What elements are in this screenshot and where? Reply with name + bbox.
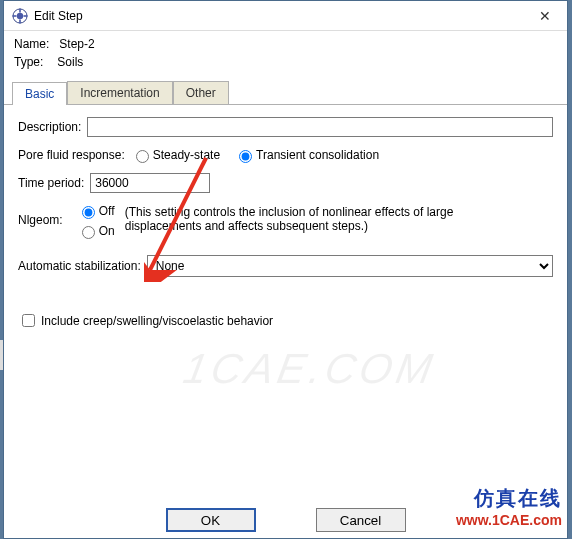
radio-nlgeom-off-label: Off (99, 204, 115, 218)
time-period-label: Time period: (18, 176, 84, 190)
close-icon: ✕ (539, 8, 551, 24)
tab-basic[interactable]: Basic (12, 82, 67, 105)
tab-incrementation[interactable]: Incrementation (67, 81, 172, 104)
name-value: Step-2 (59, 37, 94, 51)
description-input[interactable] (87, 117, 553, 137)
window-title: Edit Step (34, 9, 522, 23)
time-period-row: Time period: (18, 173, 553, 193)
nlgeom-row: Nlgeom: Off On (This setting controls th… (18, 203, 553, 243)
auto-stab-select[interactable]: None (147, 255, 553, 277)
radio-transient-label: Transient consolidation (256, 148, 379, 162)
ok-button[interactable]: OK (166, 508, 256, 532)
description-label: Description: (18, 120, 81, 134)
auto-stab-label: Automatic stabilization: (18, 259, 141, 273)
type-value: Soils (57, 55, 83, 69)
nlgeom-label: Nlgeom: (18, 203, 63, 227)
svg-rect-3 (19, 19, 21, 23)
svg-rect-2 (19, 8, 21, 12)
description-row: Description: (18, 117, 553, 137)
tab-content-basic: 1CAE.COM Description: Pore fluid respons… (4, 105, 567, 500)
creep-row: Include creep/swelling/viscoelastic beha… (18, 311, 553, 330)
name-row: Name: Step-2 (14, 37, 557, 51)
radio-nlgeom-off[interactable]: Off (77, 203, 115, 219)
svg-point-1 (17, 12, 23, 18)
watermark-text: 1CAE.COM (180, 345, 440, 393)
radio-transient[interactable]: Transient consolidation (234, 147, 379, 163)
nlgeom-note: (This setting controls the inclusion of … (125, 203, 455, 233)
radio-nlgeom-on-input[interactable] (82, 226, 95, 239)
type-row: Type: Soils (14, 55, 557, 69)
radio-steady-state[interactable]: Steady-state (131, 147, 220, 163)
svg-rect-4 (13, 15, 17, 17)
creep-label: Include creep/swelling/viscoelastic beha… (41, 314, 273, 328)
radio-transient-input[interactable] (239, 150, 252, 163)
tab-other[interactable]: Other (173, 81, 229, 104)
radio-steady-state-label: Steady-state (153, 148, 220, 162)
radio-steady-state-input[interactable] (136, 150, 149, 163)
time-period-input[interactable] (90, 173, 210, 193)
header-fields: Name: Step-2 Type: Soils (4, 31, 567, 75)
titlebar: Edit Step ✕ (4, 1, 567, 31)
radio-nlgeom-off-input[interactable] (82, 206, 95, 219)
svg-rect-5 (24, 15, 28, 17)
auto-stab-row: Automatic stabilization: None (18, 255, 553, 277)
cancel-button[interactable]: Cancel (316, 508, 406, 532)
name-label: Name: (14, 37, 49, 51)
edit-step-dialog: Edit Step ✕ Name: Step-2 Type: Soils Bas… (3, 0, 568, 539)
tab-bar: Basic Incrementation Other (4, 75, 567, 105)
close-button[interactable]: ✕ (522, 1, 567, 31)
pore-fluid-label: Pore fluid response: (18, 148, 125, 162)
creep-checkbox[interactable] (22, 314, 35, 327)
radio-nlgeom-on[interactable]: On (77, 223, 115, 239)
button-bar: OK Cancel (4, 500, 567, 538)
type-label: Type: (14, 55, 43, 69)
radio-nlgeom-on-label: On (99, 224, 115, 238)
pore-fluid-row: Pore fluid response: Steady-state Transi… (18, 147, 553, 163)
app-icon (12, 8, 28, 24)
